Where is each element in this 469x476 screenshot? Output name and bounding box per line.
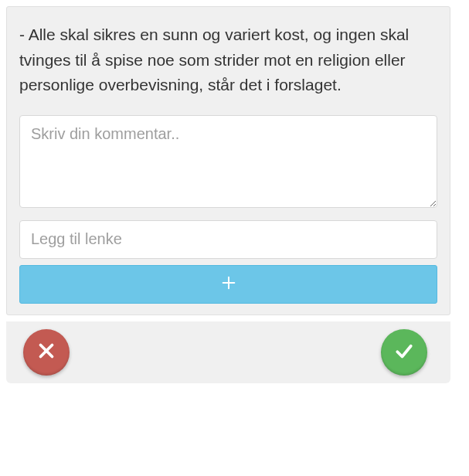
close-icon bbox=[35, 339, 58, 366]
plus-icon bbox=[220, 274, 237, 294]
reject-button[interactable] bbox=[23, 329, 70, 376]
comment-card: - Alle skal sikres en sunn og variert ko… bbox=[6, 6, 450, 315]
action-row bbox=[6, 321, 450, 383]
comment-input[interactable] bbox=[19, 115, 437, 208]
link-input[interactable] bbox=[19, 220, 437, 259]
accept-button[interactable] bbox=[381, 329, 427, 376]
proposal-text: - Alle skal sikres en sunn og variert ko… bbox=[19, 22, 437, 98]
add-link-button[interactable] bbox=[19, 265, 437, 304]
check-icon bbox=[393, 339, 416, 366]
